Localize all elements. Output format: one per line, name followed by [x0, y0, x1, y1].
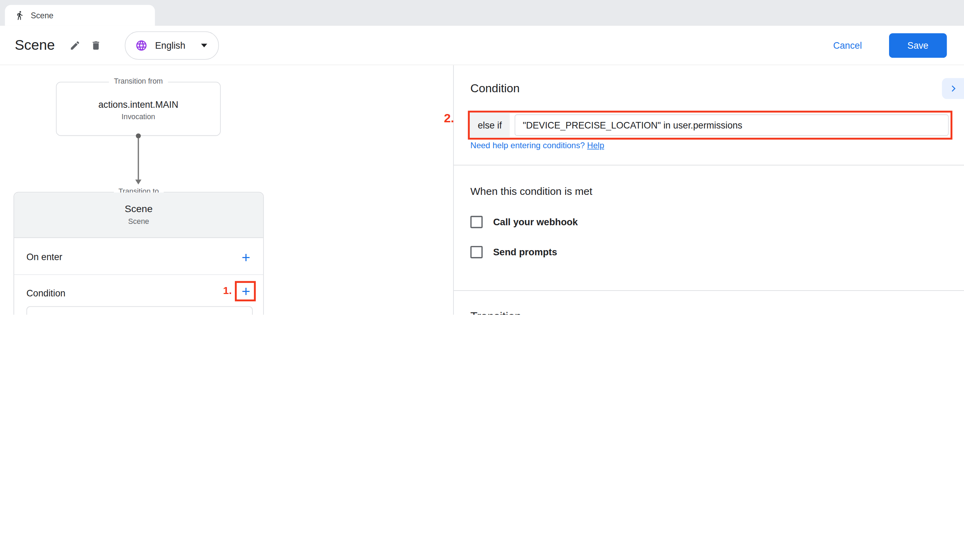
language-selector[interactable]: English [125, 31, 219, 59]
intent-type: Invocation [57, 112, 220, 121]
transition-title: Transition [471, 310, 521, 315]
condition-expression-input[interactable] [515, 114, 948, 136]
caret-down-icon [201, 43, 208, 47]
send-prompts-checkbox[interactable] [471, 246, 483, 259]
browser-tab-bar: Scene [0, 0, 964, 26]
call-webhook-label: Call your webhook [493, 217, 578, 228]
condition-item-1[interactable]: if scene.slots.status == "FINAL" && (ses… [27, 306, 253, 315]
flow-canvas: Transition from actions.intent.MAIN Invo… [0, 65, 453, 315]
intent-name: actions.intent.MAIN [57, 99, 220, 109]
panel-condition-title: Condition [471, 82, 520, 95]
send-prompts-option[interactable]: Send prompts [471, 246, 557, 259]
section-divider [14, 274, 263, 275]
step-2-annotation: 2. [444, 111, 454, 125]
pencil-icon [70, 40, 81, 51]
delete-scene-button[interactable] [88, 37, 104, 53]
trash-icon [91, 40, 101, 51]
panel-divider [454, 165, 964, 166]
scene-node-header[interactable]: Scene Scene [14, 192, 263, 238]
condition-help-link[interactable]: Help [587, 141, 604, 150]
cancel-button[interactable]: Cancel [833, 40, 862, 50]
step-1-annotation: 1. [216, 285, 232, 297]
condition-panel: Condition else if Need help entering con… [453, 65, 964, 315]
condition-help-text: Need help entering conditions? [471, 141, 585, 150]
language-label: English [155, 40, 186, 50]
connector-line [138, 138, 139, 180]
chevron-right-icon [948, 83, 959, 94]
add-on-enter-button[interactable]: + [237, 249, 254, 266]
scene-tab-label: Scene [31, 11, 54, 20]
scene-tab[interactable]: Scene [5, 5, 155, 26]
connector-arrowhead [135, 180, 142, 184]
app-root: Scene Scene English Cancel Save [0, 0, 964, 315]
page-title: Scene [15, 37, 55, 54]
walking-person-icon [15, 10, 24, 20]
edit-scene-button[interactable] [67, 37, 83, 53]
collapse-panel-button[interactable] [942, 78, 964, 99]
call-webhook-checkbox[interactable] [471, 216, 483, 228]
condition-help-line: Need help entering conditions? Help [471, 141, 604, 150]
globe-icon [135, 39, 148, 52]
step-1-highlight-box [235, 281, 256, 301]
condition-editor-row step-2-highlight-box: else if [468, 111, 953, 140]
send-prompts-label: Send prompts [493, 247, 557, 258]
on-enter-label: On enter [27, 251, 62, 262]
scene-name: Scene [14, 203, 263, 215]
save-button[interactable]: Save [889, 33, 947, 57]
transition-from-node[interactable]: Transition from actions.intent.MAIN Invo… [56, 82, 221, 136]
panel-divider [454, 290, 964, 291]
transition-from-label: Transition from [109, 77, 168, 86]
scene-subtitle: Scene [14, 217, 263, 226]
condition-section-label: Condition [27, 288, 66, 298]
else-if-chip: else if [470, 112, 510, 138]
when-met-title: When this condition is met [471, 186, 592, 198]
header-toolbar: Scene English Cancel Save [0, 26, 964, 65]
scene-node: Transition to Scene Scene On enter + Con… [13, 192, 264, 315]
call-webhook-option[interactable]: Call your webhook [471, 216, 578, 228]
